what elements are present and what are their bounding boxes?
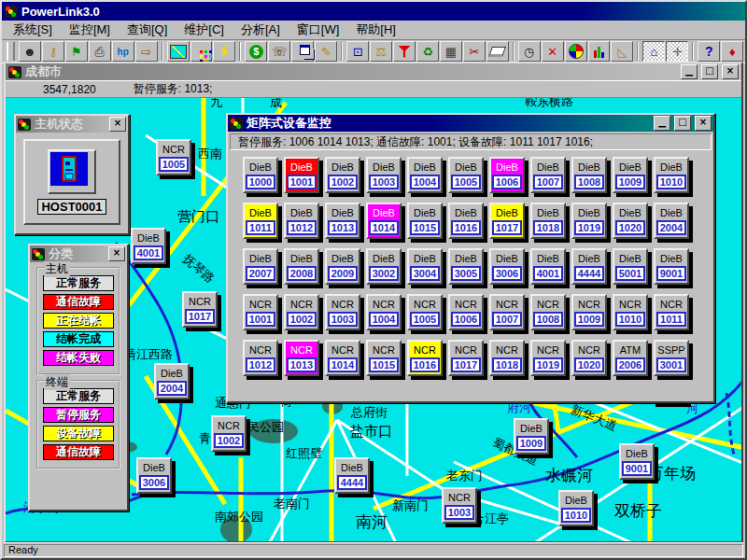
matrix-window-title-bar[interactable]: 矩阵式设备监控 ▁ □ × bbox=[228, 115, 713, 132]
menu-item[interactable]: 帮助[H] bbox=[348, 21, 403, 39]
host-window-title-bar[interactable]: 主机状态 × bbox=[16, 116, 128, 133]
legend-chip[interactable]: 通信故障 bbox=[43, 294, 114, 310]
eraser-icon[interactable] bbox=[486, 41, 509, 62]
help-icon[interactable]: ? bbox=[698, 41, 720, 62]
legend-chip[interactable]: 设备故障 bbox=[43, 426, 114, 441]
legend-chip[interactable]: 正在结帐 bbox=[43, 313, 114, 329]
device-button-ncr-1002[interactable]: NCR1002 bbox=[284, 294, 319, 330]
matrix-minimize-button[interactable]: ▁ bbox=[654, 116, 670, 131]
device-button-ncr-1005[interactable]: NCR1005 bbox=[407, 294, 443, 330]
device-button-ncr-1004[interactable]: NCR1004 bbox=[366, 294, 402, 330]
device-button-dieb-2004[interactable]: DieB2004 bbox=[154, 363, 190, 399]
toolbar-drag-handle[interactable] bbox=[7, 42, 15, 61]
device-button-ncr-1014[interactable]: NCR1014 bbox=[325, 340, 360, 376]
legend-chip[interactable]: 正常服务 bbox=[43, 275, 114, 291]
device-button-atm-2006[interactable]: ATM2006 bbox=[613, 340, 648, 376]
legend-chip[interactable]: 暂停服务 bbox=[43, 407, 114, 423]
move-icon[interactable]: ✛ bbox=[666, 41, 688, 62]
scale-icon[interactable]: ⚖ bbox=[370, 41, 392, 62]
device-button-dieb-1006[interactable]: DieB1006 bbox=[489, 157, 525, 193]
device-button-dieb-1000[interactable]: DieB1000 bbox=[243, 157, 278, 193]
category-window-close-button[interactable]: × bbox=[108, 246, 125, 261]
menu-item[interactable]: 维护[C] bbox=[176, 21, 232, 39]
palette-icon[interactable] bbox=[190, 41, 213, 62]
device-button-dieb-5001[interactable]: DieB5001 bbox=[613, 248, 648, 285]
printer-icon[interactable]: ⎙ bbox=[89, 41, 111, 62]
device-button-dieb-1016[interactable]: DieB1016 bbox=[448, 203, 484, 239]
device-button-dieb-1005[interactable]: DieB1005 bbox=[448, 157, 484, 193]
device-button-ncr-1009[interactable]: NCR1009 bbox=[571, 294, 607, 330]
device-button-ncr-1005[interactable]: NCR1005 bbox=[156, 139, 191, 175]
device-button-ncr-1016[interactable]: NCR1016 bbox=[407, 340, 443, 376]
host-window-close-button[interactable]: × bbox=[109, 117, 126, 132]
device-button-dieb-4001[interactable]: DieB4001 bbox=[530, 248, 566, 285]
matrix-maximize-button[interactable]: □ bbox=[674, 116, 691, 131]
device-button-dieb-1009[interactable]: DieB1009 bbox=[613, 157, 648, 193]
device-button-dieb-1014[interactable]: DieB1014 bbox=[366, 203, 402, 239]
device-button-ncr-1011[interactable]: NCR1011 bbox=[654, 294, 689, 330]
device-button-dieb-3006[interactable]: DieB3006 bbox=[489, 248, 525, 285]
phone-icon[interactable]: ☏ bbox=[268, 41, 290, 62]
device-button-ncr-1017[interactable]: NCR1017 bbox=[182, 291, 218, 328]
bar-chart-icon[interactable] bbox=[588, 41, 611, 62]
device-button-dieb-3002[interactable]: DieB3002 bbox=[366, 248, 402, 285]
moneybag-icon[interactable]: $ bbox=[245, 41, 267, 62]
device-button-dieb-1010[interactable]: DieB1010 bbox=[558, 490, 594, 526]
device-button-dieb-1009[interactable]: DieB1009 bbox=[514, 418, 549, 455]
device-button-ncr-1006[interactable]: NCR1006 bbox=[448, 294, 484, 330]
operator-icon[interactable]: ☻ bbox=[19, 41, 41, 62]
device-button-dieb-1001[interactable]: DieB1001 bbox=[284, 157, 319, 193]
device-button-dieb-1017[interactable]: DieB1017 bbox=[489, 203, 525, 239]
device-button-dieb-2007[interactable]: DieB2007 bbox=[243, 248, 278, 285]
device-button-ncr-1008[interactable]: NCR1008 bbox=[530, 294, 566, 330]
alarm-icon[interactable]: ♦ bbox=[721, 41, 743, 62]
device-button-dieb-2004[interactable]: DieB2004 bbox=[654, 203, 689, 239]
device-button-dieb-9001[interactable]: DieB9001 bbox=[619, 443, 655, 480]
device-button-ncr-1018[interactable]: NCR1018 bbox=[489, 340, 525, 376]
device-button-dieb-1020[interactable]: DieB1020 bbox=[613, 203, 648, 239]
main-title-bar[interactable]: PowerLink3.0 bbox=[2, 2, 745, 21]
chengdu-close-button[interactable]: × bbox=[722, 64, 739, 79]
device-button-ncr-1019[interactable]: NCR1019 bbox=[530, 340, 566, 376]
device-button-ncr-1013[interactable]: NCR1013 bbox=[284, 340, 319, 376]
flag-icon[interactable]: ⚑ bbox=[65, 41, 88, 62]
hp-icon[interactable]: hp bbox=[112, 41, 134, 62]
menu-item[interactable]: 监控[M] bbox=[62, 21, 118, 39]
funnel-icon[interactable] bbox=[393, 41, 416, 62]
city-map[interactable]: 主机状态 × bbox=[6, 98, 741, 541]
legend-chip[interactable]: 结帐失败 bbox=[43, 350, 114, 366]
monitor-icon[interactable]: ⊡ bbox=[346, 41, 369, 62]
device-button-dieb-1011[interactable]: DieB1011 bbox=[243, 203, 278, 239]
device-button-dieb-1008[interactable]: DieB1008 bbox=[571, 157, 607, 193]
device-button-dieb-3006[interactable]: DieB3006 bbox=[136, 457, 172, 494]
host-label[interactable]: HOST0001 bbox=[37, 199, 106, 215]
device-button-dieb-1019[interactable]: DieB1019 bbox=[571, 203, 607, 239]
device-button-dieb-9001[interactable]: DieB9001 bbox=[654, 248, 689, 285]
key-icon[interactable]: ⚷ bbox=[42, 41, 64, 62]
device-button-dieb-1015[interactable]: DieB1015 bbox=[407, 203, 443, 239]
device-button-dieb-1012[interactable]: DieB1012 bbox=[284, 203, 319, 239]
cascade-windows-icon[interactable] bbox=[291, 41, 314, 62]
lightning-icon[interactable] bbox=[213, 41, 235, 62]
legend-chip[interactable]: 结帐完成 bbox=[43, 331, 114, 347]
legend-chip[interactable]: 通信故障 bbox=[43, 444, 114, 460]
bank-icon[interactable]: ▦ bbox=[440, 41, 462, 62]
device-button-ncr-1010[interactable]: NCR1010 bbox=[613, 294, 648, 330]
chengdu-minimize-button[interactable]: ▁ bbox=[681, 64, 698, 79]
menu-item[interactable]: 窗口[W] bbox=[289, 21, 347, 39]
category-window-title-bar[interactable]: 分类 × bbox=[30, 245, 127, 262]
delete-icon[interactable]: ✕ bbox=[542, 41, 564, 62]
device-button-dieb-1018[interactable]: DieB1018 bbox=[530, 203, 566, 239]
device-button-ncr-1003[interactable]: NCR1003 bbox=[442, 487, 477, 524]
device-button-dieb-2008[interactable]: DieB2008 bbox=[284, 248, 319, 285]
device-button-dieb-3005[interactable]: DieB3005 bbox=[448, 248, 484, 285]
recycle-icon[interactable]: ♻ bbox=[416, 41, 439, 62]
device-button-ncr-1002[interactable]: NCR1002 bbox=[211, 415, 247, 452]
device-button-dieb-1002[interactable]: DieB1002 bbox=[325, 157, 360, 193]
device-button-dieb-4444[interactable]: DieB4444 bbox=[571, 248, 607, 285]
device-button-ncr-1003[interactable]: NCR1003 bbox=[325, 294, 360, 330]
device-button-ncr-1015[interactable]: NCR1015 bbox=[366, 340, 402, 376]
protractor-icon[interactable]: ◺ bbox=[611, 41, 633, 62]
device-button-dieb-2009[interactable]: DieB2009 bbox=[325, 248, 360, 285]
matrix-close-button[interactable]: × bbox=[695, 116, 712, 131]
